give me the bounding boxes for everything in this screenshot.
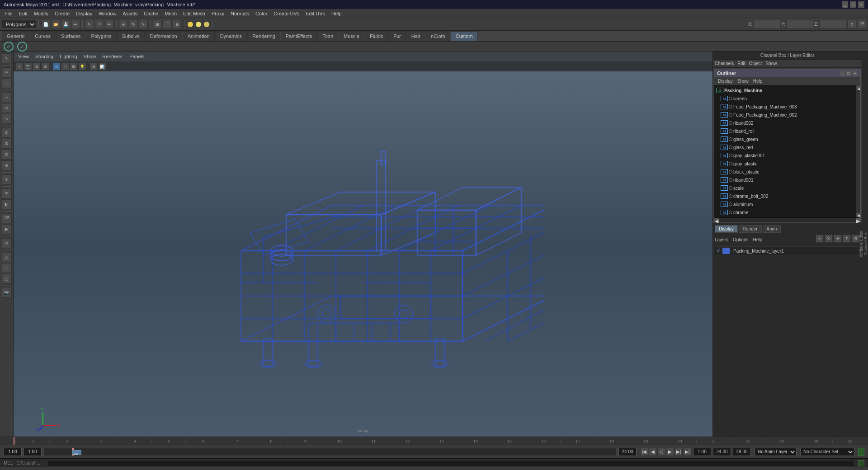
range-end-input[interactable] <box>713 448 731 456</box>
prev-frame-button[interactable]: ◀ <box>649 448 657 456</box>
cb-channels-menu[interactable]: Channels <box>715 61 734 66</box>
vp-shading-menu[interactable]: Shading <box>33 53 56 60</box>
maximize-button[interactable]: □ <box>850 1 856 8</box>
vp-panels-btn[interactable]: ⊠ <box>41 62 49 70</box>
show-manipulator-button[interactable]: ✛ <box>2 174 12 184</box>
move-button[interactable]: ✛ <box>119 20 128 29</box>
jump-end-button[interactable]: ▶| <box>683 448 691 456</box>
jump-start-button[interactable]: |◀ <box>640 448 648 456</box>
outliner-item-packing-machine[interactable]: G Packing_Machine <box>714 86 856 94</box>
move-tool-button[interactable]: ↔ <box>2 92 12 102</box>
question-button[interactable]: ? <box>847 20 856 29</box>
tab-subdivs[interactable]: Subdivs <box>117 31 145 41</box>
tab-curves[interactable]: Curves <box>30 31 56 41</box>
range-start-input[interactable] <box>693 448 711 456</box>
outliner-item-black-plastic[interactable]: M black_plastic <box>719 168 856 176</box>
delete-layer-button[interactable]: ✕ <box>825 235 833 243</box>
vp-hud-btn[interactable]: 📊 <box>98 62 106 70</box>
outliner-item-aluminum[interactable]: M aluminum <box>719 200 856 208</box>
tab-animation[interactable]: Animation <box>183 31 215 41</box>
command-line-input[interactable] <box>47 460 854 466</box>
extrude-button[interactable]: ⊞ <box>2 128 12 138</box>
cb-show-menu[interactable]: Show <box>765 61 777 66</box>
tab-hair[interactable]: Hair <box>406 31 425 41</box>
outliner-item-glass-green[interactable]: M glass_green <box>719 135 856 143</box>
layer-tab-display[interactable]: Display <box>715 225 738 233</box>
paint-select-button[interactable]: ✏ <box>2 67 12 77</box>
tab-fur[interactable]: Fur <box>388 31 406 41</box>
vp-select-btn[interactable]: ↖ <box>15 62 24 70</box>
menu-assets[interactable]: Assets <box>120 10 140 17</box>
new-layer-button[interactable]: + <box>816 235 824 243</box>
open-file-button[interactable]: 📂 <box>51 20 60 29</box>
tab-deformation[interactable]: Deformation <box>145 31 182 41</box>
snap-curve-button[interactable]: ⌒ <box>163 20 172 29</box>
close-button[interactable]: × <box>858 1 864 8</box>
menu-help[interactable]: Help <box>329 10 344 17</box>
outliner-help-menu[interactable]: Help <box>751 78 764 84</box>
total-frames-input[interactable] <box>733 448 751 456</box>
menu-cache[interactable]: Cache <box>141 10 161 17</box>
tab-fluids[interactable]: Fluids <box>365 31 388 41</box>
tab-toon[interactable]: Toon <box>317 31 338 41</box>
tab-custom[interactable]: Custom <box>451 31 478 41</box>
vp-panels-menu[interactable]: Panels <box>127 53 147 60</box>
outliner-item-food-pkg-002[interactable]: M Food_Packaging_Machine_002 <box>719 111 856 119</box>
script-editor-button[interactable] <box>858 460 864 466</box>
outliner-item-screen[interactable]: M screen <box>719 94 856 103</box>
outliner-item-food-pkg-003[interactable]: M Food_Packaging_Machine_003 <box>719 103 856 111</box>
tab-general[interactable]: General <box>2 31 29 41</box>
select-tool-button[interactable]: ↖ <box>2 53 12 63</box>
z-coord-input[interactable] <box>819 20 846 29</box>
visibility-layer-button[interactable]: 👁 <box>834 235 842 243</box>
mini-timeline[interactable]: 24 <box>43 448 617 456</box>
scale-button[interactable]: ⤡ <box>139 20 148 29</box>
outliner-item-riband-roll[interactable]: M riband_roll <box>719 127 856 135</box>
end-frame-input[interactable] <box>618 448 637 456</box>
menu-edit-uvs[interactable]: Edit UVs <box>303 10 328 17</box>
menu-display[interactable]: Display <box>73 10 95 17</box>
outliner-item-riband001[interactable]: M riband001 <box>719 176 856 184</box>
tab-rendering[interactable]: Rendering <box>247 31 280 41</box>
soft-select-button[interactable]: ◌ <box>2 78 12 88</box>
merge-vertex-button[interactable]: ⊕ <box>2 160 12 170</box>
cb-edit-menu[interactable]: Edit <box>737 61 745 66</box>
hide-button[interactable]: 👁 <box>2 188 12 198</box>
menu-color[interactable]: Color <box>253 10 270 17</box>
next-frame-button[interactable]: ▶| <box>675 448 683 456</box>
play-forward-button[interactable]: ▶ <box>666 448 674 456</box>
char-set-select[interactable]: No Character Set <box>800 448 854 456</box>
scroll-right-arrow[interactable]: ▶ <box>856 218 860 222</box>
vp-camera-btn[interactable]: 📷 <box>24 62 32 70</box>
scroll-up-arrow[interactable]: ▲ <box>856 85 860 90</box>
insert-edge-button[interactable]: ⊠ <box>2 139 12 149</box>
start-frame-input[interactable] <box>4 448 22 456</box>
menu-edit[interactable]: Edit <box>16 10 30 17</box>
tab-polygons[interactable]: Polygons <box>86 31 116 41</box>
create-polygon-button[interactable]: □ <box>2 263 12 273</box>
menu-window[interactable]: Window <box>96 10 119 17</box>
menu-mesh[interactable]: Mesh <box>162 10 179 17</box>
tool-settings-button[interactable]: ⚙ <box>2 238 12 248</box>
menu-create[interactable]: Create <box>52 10 72 17</box>
append-poly-button[interactable]: ◻ <box>2 274 12 284</box>
outliner-item-chrome[interactable]: M chrome <box>719 208 856 216</box>
render-view-button[interactable]: 🎬 <box>2 213 12 223</box>
outliner-hscrollbar[interactable]: ◀ ▶ <box>714 217 860 222</box>
y-coord-input[interactable] <box>786 20 813 29</box>
outliner-show-menu[interactable]: Show <box>736 78 750 84</box>
outliner-item-glass-red[interactable]: M glass_red <box>719 143 856 151</box>
render-button[interactable]: 🎬 <box>857 20 866 29</box>
layer-tab-render[interactable]: Render <box>739 225 762 233</box>
rotate-button[interactable]: ↻ <box>129 20 138 29</box>
paint-button[interactable]: ✏ <box>105 20 114 29</box>
menu-proxy[interactable]: Proxy <box>209 10 227 17</box>
play-back-button[interactable]: ◁ <box>657 448 665 456</box>
check1-icon[interactable]: ✓ <box>4 42 14 52</box>
menu-modify[interactable]: Modify <box>31 10 51 17</box>
minimize-button[interactable]: _ <box>842 1 848 8</box>
new-file-button[interactable]: 📄 <box>41 20 50 29</box>
snap-to-poly-button[interactable]: △ <box>2 252 12 262</box>
menu-edit-mesh[interactable]: Edit Mesh <box>180 10 208 17</box>
outliner-minimize-button[interactable]: _ <box>840 70 845 76</box>
